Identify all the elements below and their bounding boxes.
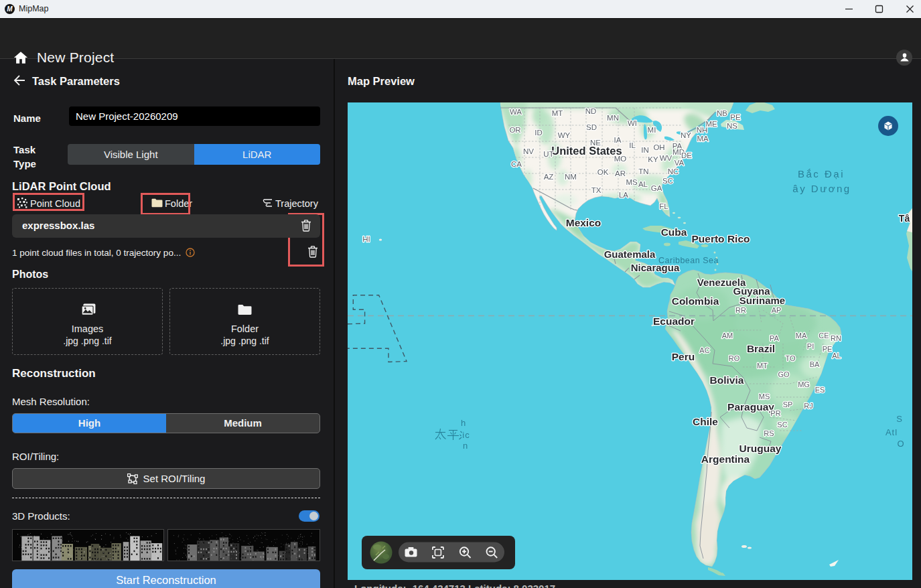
svg-text:Puerto Rico: Puerto Rico xyxy=(692,233,750,244)
svg-text:MA: MA xyxy=(796,332,807,340)
svg-text:O: O xyxy=(897,439,904,449)
svg-text:LA: LA xyxy=(619,191,628,199)
svg-text:NE: NE xyxy=(590,139,601,147)
svg-text:DE: DE xyxy=(681,151,692,159)
svg-text:ME: ME xyxy=(705,120,717,128)
svg-text:Suriname: Suriname xyxy=(739,295,785,306)
svg-text:Bắc Đại: Bắc Đại xyxy=(798,168,845,179)
svg-text:Mexico: Mexico xyxy=(566,217,601,228)
svg-text:S: S xyxy=(896,414,903,424)
svg-text:MI: MI xyxy=(648,126,656,134)
svg-text:FL: FL xyxy=(659,202,668,210)
svg-text:MS: MS xyxy=(626,178,638,186)
svg-text:Peru: Peru xyxy=(672,351,695,362)
svg-text:WY: WY xyxy=(558,131,571,139)
svg-text:CE: CE xyxy=(819,332,829,340)
svg-text:TN: TN xyxy=(638,167,648,175)
svg-text:SP: SP xyxy=(783,400,793,409)
svg-text:SC: SC xyxy=(662,177,673,185)
svg-text:Ecuador: Ecuador xyxy=(653,315,695,327)
svg-text:MA: MA xyxy=(697,135,709,143)
svg-text:Bolivia: Bolivia xyxy=(710,374,744,386)
svg-text:n: n xyxy=(463,441,468,451)
svg-text:AL: AL xyxy=(832,352,841,360)
svg-text:SC: SC xyxy=(777,421,787,429)
svg-text:RN: RN xyxy=(831,334,841,342)
svg-text:WI: WI xyxy=(628,119,637,127)
svg-text:Chile: Chile xyxy=(693,416,718,427)
svg-text:IA: IA xyxy=(614,136,622,144)
svg-text:MT: MT xyxy=(757,362,768,370)
svg-text:ic: ic xyxy=(462,430,470,440)
svg-text:NV: NV xyxy=(523,147,534,155)
svg-text:SD: SD xyxy=(586,123,597,131)
svg-text:MG: MG xyxy=(798,380,810,388)
svg-text:Guatemala: Guatemala xyxy=(604,248,656,260)
svg-text:IN: IN xyxy=(641,146,649,154)
svg-text:KY: KY xyxy=(648,155,658,163)
svg-text:MO: MO xyxy=(614,155,627,163)
svg-text:NY: NY xyxy=(681,131,691,139)
svg-text:RO: RO xyxy=(729,354,740,362)
svg-text:OK: OK xyxy=(597,168,609,176)
svg-text:GA: GA xyxy=(651,184,662,192)
svg-text:Tâ: Tâ xyxy=(899,213,910,224)
svg-text:h: h xyxy=(461,418,466,428)
svg-text:ND: ND xyxy=(585,107,597,115)
svg-text:PE: PE xyxy=(823,345,833,353)
svg-text:IL: IL xyxy=(629,141,636,149)
svg-text:NB: NB xyxy=(717,109,727,117)
svg-text:OR: OR xyxy=(509,126,520,134)
svg-text:BA: BA xyxy=(810,360,820,368)
svg-text:Colombia: Colombia xyxy=(672,295,719,307)
svg-text:MN: MN xyxy=(607,114,619,122)
svg-text:PI: PI xyxy=(807,342,814,350)
svg-text:WA: WA xyxy=(510,108,522,116)
svg-text:NM: NM xyxy=(565,173,577,181)
svg-text:ID: ID xyxy=(535,129,543,137)
svg-text:VA: VA xyxy=(675,159,685,167)
svg-text:OH: OH xyxy=(653,143,664,151)
svg-text:TO: TO xyxy=(785,354,796,362)
svg-text:AL: AL xyxy=(638,180,648,188)
svg-text:PE: PE xyxy=(730,113,741,121)
svg-text:ES: ES xyxy=(815,386,825,394)
svg-text:AR: AR xyxy=(615,169,626,177)
svg-text:Argentina: Argentina xyxy=(701,453,750,465)
svg-text:ây Dương: ây Dương xyxy=(792,183,851,194)
svg-text:MS: MS xyxy=(759,392,770,400)
svg-text:AZ: AZ xyxy=(544,173,554,181)
svg-text:PA: PA xyxy=(770,334,780,342)
svg-text:Cuba: Cuba xyxy=(661,226,687,238)
svg-text:Paraguay: Paraguay xyxy=(727,401,774,413)
svg-text:AC: AC xyxy=(699,346,709,354)
svg-text:Uruguay: Uruguay xyxy=(739,443,782,454)
svg-text:AP: AP xyxy=(772,306,782,314)
svg-text:MT: MT xyxy=(552,109,563,117)
svg-text:CA: CA xyxy=(511,160,522,168)
svg-text:Brazil: Brazil xyxy=(747,343,775,354)
svg-text:Atl: Atl xyxy=(885,427,898,437)
svg-text:RJ: RJ xyxy=(804,402,812,410)
svg-text:UT: UT xyxy=(543,150,553,158)
svg-text:GO: GO xyxy=(778,370,790,378)
svg-text:NC: NC xyxy=(668,167,679,175)
svg-text:TX: TX xyxy=(591,186,601,194)
svg-text:United States: United States xyxy=(551,145,622,157)
svg-text:AM: AM xyxy=(722,332,733,340)
svg-text:PR: PR xyxy=(770,409,780,417)
svg-text:HI: HI xyxy=(362,235,370,243)
svg-text:WV: WV xyxy=(660,154,672,162)
svg-text:NS: NS xyxy=(727,122,737,130)
svg-text:RS: RS xyxy=(764,429,774,437)
svg-text:RR: RR xyxy=(735,306,746,314)
svg-text:Caribbean Sea: Caribbean Sea xyxy=(658,256,719,265)
